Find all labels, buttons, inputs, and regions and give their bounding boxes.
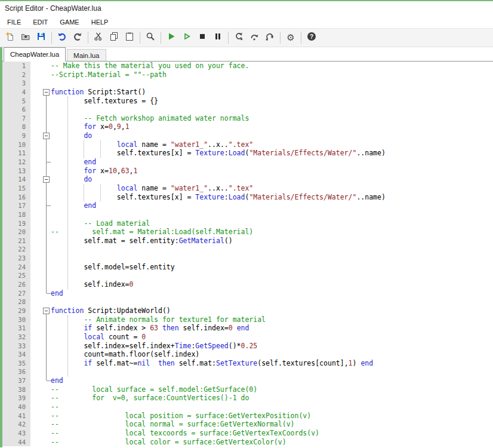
- paste-button[interactable]: [122, 30, 137, 45]
- code-text: self.textures = {}: [51, 97, 493, 106]
- new-file-button[interactable]: [2, 30, 18, 45]
- tab-main-lua[interactable]: Main.lua: [67, 49, 106, 61]
- code-text: function Script:Start(): [51, 88, 493, 97]
- line-number: 3: [2, 79, 30, 88]
- code-line: 23: [2, 254, 493, 263]
- line-number: 40: [2, 403, 30, 412]
- toolbar-separator: [88, 32, 88, 44]
- line-number: 10: [2, 140, 30, 149]
- help-icon: ?: [307, 32, 316, 44]
- fold-margin: [30, 376, 51, 385]
- line-number: 41: [2, 412, 30, 421]
- menu-game[interactable]: GAME: [54, 17, 85, 27]
- stop-button[interactable]: [195, 30, 210, 45]
- code-text: self.mat = self.entity:GetMaterial(): [51, 237, 493, 246]
- code-line: 19 -- Load material: [2, 219, 493, 228]
- code-editor[interactable]: 1-- Make this the material you used on y…: [2, 62, 493, 447]
- code-text: local name = "water1_"..x..".tex": [51, 140, 493, 149]
- code-text: -- local color = surface:GetVertexColor(…: [51, 438, 493, 447]
- debug-run-button[interactable]: [179, 30, 195, 45]
- open-button[interactable]: [18, 30, 33, 45]
- code-text: -- local normal = surface:GetVertexNorma…: [51, 420, 493, 429]
- line-number: 20: [2, 228, 30, 237]
- code-line: 26 self.index=0: [2, 280, 493, 289]
- code-text: self.model=self.entity: [51, 263, 493, 272]
- code-line: 14 do: [2, 175, 493, 184]
- toolbar-separator: [140, 32, 140, 44]
- fold-collapse-icon[interactable]: [43, 133, 50, 139]
- fold-margin: [30, 158, 51, 167]
- fold-margin: [30, 62, 51, 70]
- fold-margin: [30, 140, 51, 149]
- code-line: 9 do: [2, 131, 493, 140]
- code-line: 40--: [2, 403, 493, 412]
- pause-button[interactable]: [210, 30, 226, 45]
- fold-margin: [30, 297, 51, 306]
- fold-collapse-icon[interactable]: [43, 308, 50, 314]
- code-text: --Script.Material = ""--path: [51, 70, 493, 79]
- fold-margin: [30, 315, 51, 324]
- code-text: for x=10,63,1: [51, 167, 493, 176]
- line-number: 38: [2, 385, 30, 394]
- window-title: Script Editor - CheapWater.lua: [5, 4, 101, 13]
- find-button[interactable]: [143, 30, 158, 45]
- code-line: 39-- for v=0, surface:CountVertices()-1 …: [2, 394, 493, 403]
- code-text: do: [51, 131, 493, 140]
- line-number: 9: [2, 131, 30, 140]
- menu-file[interactable]: FILE: [1, 17, 27, 27]
- code-line: 8 for x=0,9,1: [2, 122, 493, 131]
- line-number: 39: [2, 394, 30, 403]
- fold-margin: [30, 237, 51, 246]
- undo-button[interactable]: [54, 30, 70, 45]
- code-text: end: [51, 201, 493, 210]
- redo-button[interactable]: [70, 30, 85, 45]
- line-number: 21: [2, 237, 30, 246]
- toolbar-separator: [161, 32, 161, 44]
- options-button[interactable]: ⚙: [283, 30, 298, 45]
- fold-margin-collapse[interactable]: [30, 306, 51, 315]
- step-out-button[interactable]: [262, 30, 278, 45]
- fold-margin-collapse[interactable]: [30, 131, 51, 140]
- find-icon: [146, 32, 155, 44]
- fold-margin: [30, 394, 51, 403]
- menu-help[interactable]: HELP: [85, 17, 115, 27]
- menu-bar: FILEEDITGAMEHELP: [0, 16, 493, 28]
- cut-button[interactable]: [91, 30, 106, 45]
- code-text: -- Make this the material you used on yo…: [51, 62, 493, 70]
- save-button[interactable]: [33, 30, 49, 45]
- line-number: 5: [2, 97, 30, 106]
- code-text: count=math.floor(self.index): [51, 350, 493, 359]
- fold-margin-collapse[interactable]: [30, 175, 51, 184]
- code-line: 7 -- Fetch workshop animated water norma…: [2, 114, 493, 123]
- code-text: end: [51, 289, 493, 298]
- help-button[interactable]: ?: [304, 30, 319, 45]
- code-line: 41-- local position = surface:GetVertexP…: [2, 412, 493, 421]
- fold-margin-collapse[interactable]: [30, 88, 51, 97]
- code-text: end: [51, 376, 493, 385]
- fold-margin: [30, 245, 51, 254]
- code-line: 37end: [2, 376, 493, 385]
- menu-edit[interactable]: EDIT: [27, 17, 54, 27]
- code-line: 4function Script:Start(): [2, 88, 493, 97]
- new-file-icon: [5, 32, 15, 44]
- line-number: 43: [2, 429, 30, 438]
- fold-margin: [30, 324, 51, 333]
- run-button[interactable]: [164, 30, 179, 45]
- code-text: [51, 79, 493, 88]
- title-bar: Script Editor - CheapWater.lua: [0, 1, 493, 16]
- step-over-button[interactable]: [246, 30, 262, 45]
- line-number: 32: [2, 333, 30, 342]
- fold-margin: [30, 367, 51, 376]
- paste-icon: [125, 32, 134, 44]
- tab-cheapwater-lua[interactable]: CheapWater.lua: [4, 47, 66, 62]
- line-number: 24: [2, 263, 30, 272]
- step-into-button[interactable]: [231, 30, 246, 45]
- copy-button[interactable]: [106, 30, 122, 45]
- fold-margin: [30, 333, 51, 342]
- code-line: 2--Script.Material = ""--path: [2, 70, 493, 79]
- fold-collapse-icon[interactable]: [43, 176, 50, 183]
- run-icon: [167, 32, 176, 44]
- fold-collapse-icon[interactable]: [43, 89, 50, 96]
- line-number: 34: [2, 350, 30, 359]
- code-line: 29function Script:UpdateWorld(): [2, 306, 493, 315]
